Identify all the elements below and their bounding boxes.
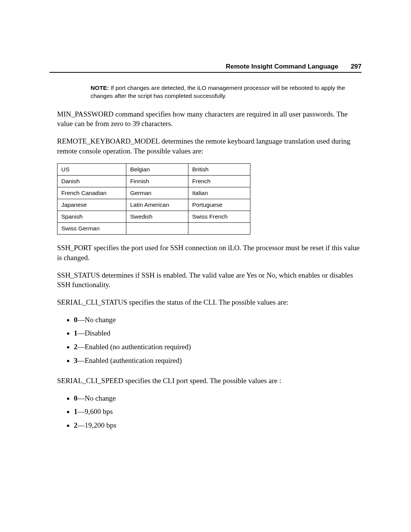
table-row: Danish Finnish French: [57, 176, 250, 187]
code: 0: [74, 316, 78, 324]
header-title: Remote Insight Command Language: [226, 63, 338, 70]
note-text: If port changes are detected, the iLO ma…: [91, 85, 345, 99]
page-header: Remote Insight Command Language 297: [49, 63, 362, 73]
note-block: NOTE: If port changes are detected, the …: [91, 84, 351, 100]
table-cell: Finnish: [126, 176, 188, 187]
table-row: French Canadian German Italian: [57, 187, 250, 199]
ssh-port-paragraph: SSH_PORT specifies the port used for SSH…: [57, 243, 362, 262]
table-cell: Danish: [57, 176, 126, 187]
note-label: NOTE:: [91, 85, 109, 91]
ssh-status-paragraph: SSH_STATUS determines if SSH is enabled.…: [57, 270, 362, 290]
table-cell: Japanese: [57, 199, 126, 211]
list-item: 3—Enabled (authentication required): [74, 356, 362, 369]
cli-speed-list: 0—No change 1—9,600 bps 2—19,200 bps: [57, 393, 362, 434]
cli-status-list: 0—No change 1—Disabled 2—Enabled (no aut…: [57, 315, 362, 369]
table-row: Japanese Latin American Portuguese: [57, 199, 250, 211]
table-cell: US: [57, 164, 126, 176]
serial-cli-status-paragraph: SERIAL_CLI_STATUS specifies the status o…: [57, 297, 362, 307]
desc: —Disabled: [78, 329, 111, 337]
table-cell: Belgian: [126, 164, 188, 176]
table-cell: Latin American: [126, 199, 188, 211]
list-item: 0—No change: [74, 315, 362, 329]
list-item: 0—No change: [74, 393, 362, 407]
table-cell: French: [188, 176, 250, 187]
table-row: Spanish Swedish Swiss French: [57, 211, 250, 223]
table-cell: Swedish: [126, 211, 188, 223]
desc: —Enabled (authentication required): [78, 356, 182, 364]
table-cell: Italian: [188, 187, 250, 199]
table-cell: German: [126, 187, 188, 199]
list-item: 2—Enabled (no authentication required): [74, 342, 362, 356]
desc: —19,200 bps: [78, 421, 116, 429]
serial-cli-speed-paragraph: SERIAL_CLI_SPEED specifies the CLI port …: [57, 376, 362, 386]
table-cell: British: [188, 164, 250, 176]
code: 1: [74, 407, 78, 415]
list-item: 1—9,600 bps: [74, 407, 362, 420]
remote-keyboard-paragraph: REMOTE_KEYBOARD_MODEL determines the rem…: [57, 136, 362, 156]
code: 1: [74, 329, 78, 337]
table-cell: Portuguese: [188, 199, 250, 211]
table-cell: [126, 223, 188, 235]
code: 2: [74, 343, 78, 351]
min-password-paragraph: MIN_PASSWORD command specifies how many …: [57, 109, 362, 129]
list-item: 1—Disabled: [74, 328, 362, 342]
keyboard-language-table: US Belgian British Danish Finnish French…: [57, 163, 250, 235]
desc: —Enabled (no authentication required): [78, 343, 191, 351]
desc: —No change: [78, 316, 116, 324]
desc: —9,600 bps: [78, 407, 113, 415]
table-row: US Belgian British: [57, 164, 250, 176]
table-cell: Swiss German: [57, 223, 126, 235]
code: 2: [74, 421, 78, 429]
table-cell: Swiss French: [188, 211, 250, 223]
code: 0: [74, 394, 78, 402]
desc: —No change: [78, 394, 116, 402]
table-row: Swiss German: [57, 223, 250, 235]
code: 3: [74, 356, 78, 364]
table-cell: French Canadian: [57, 187, 126, 199]
table-cell: [188, 223, 250, 235]
list-item: 2—19,200 bps: [74, 420, 362, 434]
table-cell: Spanish: [57, 211, 126, 223]
page-number: 297: [351, 63, 362, 70]
